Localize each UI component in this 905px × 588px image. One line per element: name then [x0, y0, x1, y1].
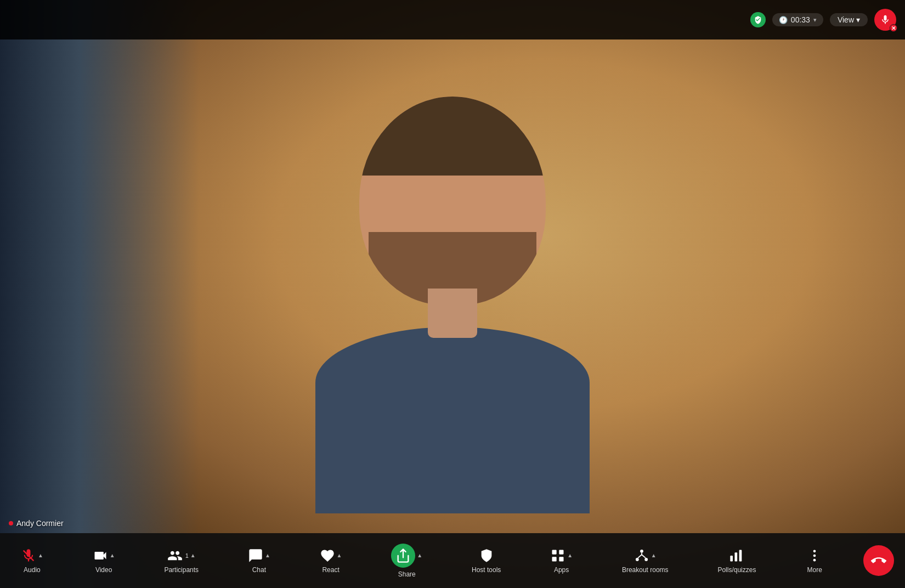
video-label: Video: [95, 566, 112, 574]
more-button[interactable]: More: [795, 544, 834, 578]
clock-icon: 🕐: [779, 16, 788, 24]
timer-chevron: ▾: [813, 16, 817, 24]
view-label: View: [838, 15, 854, 24]
svg-point-12: [813, 554, 816, 557]
svg-rect-2: [559, 550, 564, 554]
shield-badge: [750, 12, 766, 27]
host-tools-label: Host tools: [472, 566, 501, 574]
svg-rect-9: [735, 552, 738, 561]
polls-quizzes-icon-wrap: [729, 548, 744, 563]
react-icon-wrap: ▲: [320, 548, 342, 563]
video-chevron: ▲: [110, 552, 115, 558]
participant-video: [261, 75, 644, 513]
chat-label: Chat: [252, 566, 266, 574]
participants-chevron: ▲: [190, 552, 196, 558]
person-head: [359, 97, 546, 305]
person-face: [261, 75, 644, 513]
react-button[interactable]: ▲ React: [310, 544, 352, 578]
breakout-rooms-chevron: ▲: [651, 552, 657, 558]
share-circle: [391, 544, 415, 568]
end-button[interactable]: [863, 545, 894, 576]
breakout-rooms-label: Breakout rooms: [622, 566, 669, 574]
breakout-rooms-button[interactable]: ▲ Breakout rooms: [612, 544, 678, 578]
apps-button[interactable]: ▲ Apps: [540, 544, 582, 578]
chat-button[interactable]: ▲ Chat: [238, 544, 280, 578]
host-tools-icon-wrap: [479, 548, 494, 563]
apps-icon-wrap: ▲: [550, 548, 573, 563]
svg-rect-4: [559, 557, 564, 561]
view-button[interactable]: View ▾: [830, 13, 868, 26]
react-chevron: ▲: [337, 552, 342, 558]
video-background: [0, 0, 905, 588]
share-icon-wrap: ▲: [391, 544, 422, 568]
top-bar-right: 🕐 00:33 ▾ View ▾ ✕: [750, 9, 896, 31]
participant-name-label: Andy Cormier: [9, 519, 64, 528]
mic-muted-dot: [9, 521, 13, 525]
more-icon-wrap: [807, 548, 822, 563]
svg-rect-10: [739, 550, 742, 561]
video-button[interactable]: ▲ Video: [83, 544, 125, 578]
participants-count: 1: [185, 552, 189, 559]
host-tools-button[interactable]: Host tools: [462, 544, 511, 578]
svg-point-7: [644, 558, 648, 561]
more-label: More: [807, 566, 822, 574]
share-button[interactable]: ▲ Share: [381, 539, 432, 583]
video-icon-wrap: ▲: [93, 548, 115, 563]
svg-rect-8: [731, 556, 733, 562]
audio-button[interactable]: ▲ Audio: [11, 544, 53, 578]
apps-chevron: ▲: [567, 552, 573, 558]
timer-value: 00:33: [791, 15, 810, 24]
participants-label: Participants: [164, 566, 199, 574]
timer-box: 🕐 00:33 ▾: [772, 13, 823, 26]
participant-name: Andy Cormier: [16, 519, 64, 528]
svg-rect-3: [552, 557, 557, 561]
share-label: Share: [398, 570, 416, 578]
audio-label: Audio: [24, 566, 41, 574]
participants-icon-wrap: 1 ▲: [167, 548, 196, 563]
toolbar: ▲ Audio ▲ Video 1 ▲ Participants ▲: [0, 533, 905, 588]
mic-mute-button[interactable]: ✕: [874, 9, 896, 31]
chat-chevron: ▲: [265, 552, 270, 558]
svg-point-5: [640, 549, 643, 552]
participants-button[interactable]: 1 ▲ Participants: [154, 544, 208, 578]
polls-quizzes-label: Polls/quizzes: [717, 566, 756, 574]
audio-chevron: ▲: [38, 552, 43, 558]
apps-label: Apps: [554, 566, 569, 574]
audio-icon-wrap: ▲: [21, 548, 43, 563]
person-body: [315, 327, 590, 513]
video-area: [0, 0, 905, 588]
chat-icon-wrap: ▲: [248, 548, 270, 563]
breakout-rooms-icon-wrap: ▲: [634, 548, 657, 563]
svg-point-13: [813, 558, 816, 561]
polls-quizzes-button[interactable]: Polls/quizzes: [708, 544, 766, 578]
view-chevron: ▾: [856, 15, 860, 24]
share-chevron: ▲: [417, 552, 422, 558]
person-neck: [428, 289, 477, 338]
top-bar: 🕐 00:33 ▾ View ▾ ✕: [0, 0, 905, 39]
react-label: React: [322, 566, 339, 574]
svg-rect-1: [552, 550, 557, 554]
person-hair: [359, 97, 546, 176]
mic-x-indicator: ✕: [890, 24, 897, 32]
svg-point-11: [813, 550, 816, 552]
svg-point-6: [636, 558, 639, 561]
